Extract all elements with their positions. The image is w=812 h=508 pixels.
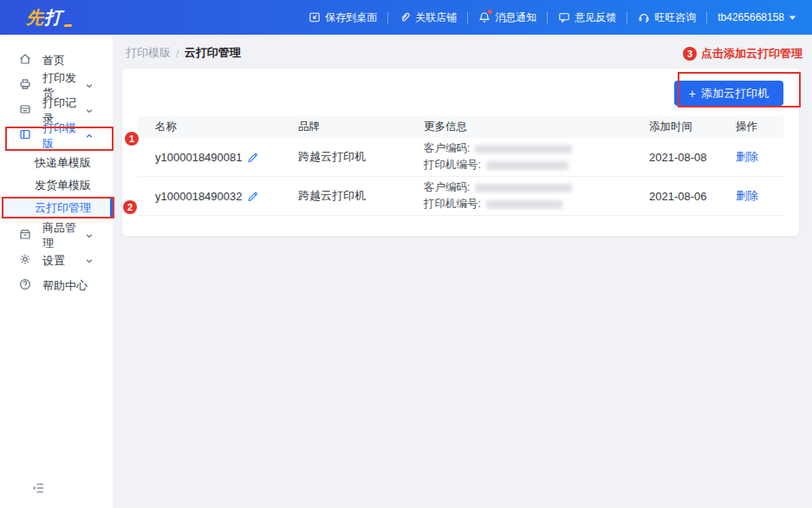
- app-logo: 先 打: [26, 6, 72, 29]
- template-icon: [18, 127, 42, 144]
- annotation-step-2-badge: 2: [123, 200, 137, 214]
- sidebar-collapse-icon[interactable]: [31, 482, 45, 497]
- column-header-actions: 操作: [736, 120, 783, 134]
- add-cloud-printer-button[interactable]: + 添加云打印机: [674, 81, 783, 106]
- column-header-brand: 品牌: [298, 120, 424, 134]
- cloud-print-card: + 添加云打印机 名称 品牌 更多信息 添加时间 操作 y10000184900…: [122, 68, 799, 236]
- chevron-up-icon: [85, 132, 104, 140]
- sidebar-item-label: 设置: [42, 253, 65, 269]
- gear-icon: [18, 252, 42, 269]
- column-header-added-time: 添加时间: [649, 120, 736, 134]
- sidebar-item-label: 首页: [42, 53, 65, 68]
- annotation-step-3-label: 点击添加云打印管理: [701, 47, 802, 61]
- wangwang-consult-label: 旺旺咨询: [654, 10, 696, 25]
- sidebar-item-label: 帮助中心: [42, 278, 88, 294]
- topbar-nav: 保存到桌面 关联店铺 消息通知: [298, 10, 796, 25]
- help-icon: [18, 277, 42, 294]
- bell-icon: [478, 11, 490, 23]
- customer-code-label: 客户编码:: [424, 140, 470, 157]
- sidebar-subitem-shipping-template[interactable]: 发货单模版: [0, 174, 113, 197]
- column-header-more-info: 更多信息: [424, 120, 649, 134]
- edit-icon[interactable]: [247, 151, 259, 163]
- home-icon: [18, 52, 42, 68]
- sidebar-subitem-cloud-print[interactable]: 云打印管理: [0, 197, 113, 219]
- annotation-step-3-badge: 3: [683, 47, 697, 61]
- printer-more-info: 客户编码: 打印机编号:: [424, 179, 649, 212]
- table-row: y1000018490032 跨越云打印机 客户编码: 打印机编号:: [138, 177, 783, 216]
- goods-icon: [18, 227, 42, 244]
- customer-code-label: 客户编码:: [424, 179, 470, 196]
- notifications-label: 消息通知: [495, 10, 536, 25]
- sidebar-item-help-center[interactable]: 帮助中心: [0, 273, 113, 298]
- print-record-icon: [18, 102, 42, 119]
- logo-text-second: 打: [44, 6, 62, 29]
- printer-name: y1000018490032: [155, 190, 243, 203]
- edit-icon[interactable]: [247, 190, 259, 202]
- card-toolbar: + 添加云打印机: [138, 81, 783, 106]
- sidebar-item-label: 打印模版: [42, 120, 85, 152]
- chevron-down-icon: [85, 257, 104, 265]
- link-shop-label: 关联店铺: [415, 10, 457, 25]
- headset-icon: [638, 11, 650, 23]
- save-desktop-icon: [309, 11, 321, 23]
- add-cloud-printer-label: 添加云打印机: [701, 86, 769, 101]
- redacted-customer-code: [475, 184, 572, 192]
- sidebar-item-goods[interactable]: 商品管理: [0, 223, 113, 248]
- redacted-customer-code: [475, 145, 572, 153]
- delete-link[interactable]: 删除: [736, 188, 783, 204]
- unread-badge: [488, 10, 492, 14]
- table-row: y1000018490081 跨越云打印机 客户编码: 打印机编号:: [138, 138, 783, 177]
- feedback-icon: [558, 11, 570, 23]
- added-time: 2021-08-08: [649, 151, 736, 164]
- sidebar-subitem-express-template[interactable]: 快递单模版: [0, 152, 113, 174]
- chevron-down-icon: [85, 107, 104, 115]
- caret-down-icon: [789, 11, 796, 23]
- table-header: 名称 品牌 更多信息 添加时间 操作: [138, 116, 783, 138]
- sidebar: 首页 打印发货 打印记录: [0, 35, 114, 508]
- chevron-down-icon: [85, 231, 104, 240]
- printer-code-label: 打印机编号:: [424, 157, 481, 173]
- link-shop-button[interactable]: 关联店铺: [388, 10, 467, 25]
- plus-icon: +: [689, 87, 696, 101]
- printer-code-label: 打印机编号:: [424, 196, 481, 212]
- feedback-button[interactable]: 意见反馈: [548, 10, 627, 25]
- logo-text-first: 先: [26, 6, 44, 29]
- feedback-label: 意见反馈: [575, 10, 616, 25]
- printer-name: y1000018490081: [155, 151, 243, 164]
- user-menu[interactable]: tb4265668158: [707, 11, 796, 23]
- redacted-printer-code: [486, 200, 562, 209]
- sidebar-item-label: 商品管理: [42, 220, 85, 251]
- redacted-printer-code: [486, 161, 568, 170]
- sidebar-item-settings[interactable]: 设置: [0, 248, 113, 273]
- added-time: 2021-08-06: [649, 190, 736, 203]
- breadcrumb-separator: /: [176, 47, 179, 60]
- column-header-name: 名称: [138, 120, 298, 134]
- link-icon: [399, 11, 411, 23]
- save-to-desktop-label: 保存到桌面: [325, 10, 377, 25]
- printer-more-info: 客户编码: 打印机编号:: [424, 140, 649, 173]
- breadcrumb-parent[interactable]: 打印模版: [126, 45, 171, 61]
- page-title: 云打印管理: [185, 45, 241, 61]
- save-to-desktop-button[interactable]: 保存到桌面: [298, 10, 387, 25]
- annotation-step-1-badge: 1: [125, 132, 139, 146]
- breadcrumb: 打印模版 / 云打印管理: [122, 45, 799, 61]
- main-content: 打印模版 / 云打印管理 + 添加云打印机 名称 品牌 更多信息 添加时间 操作…: [114, 35, 812, 508]
- chevron-down-icon: [85, 81, 104, 90]
- printer-brand: 跨越云打印机: [298, 149, 424, 165]
- wangwang-consult-button[interactable]: 旺旺咨询: [627, 10, 706, 25]
- delete-link[interactable]: 删除: [736, 149, 783, 165]
- sidebar-item-print-templates[interactable]: 打印模版: [0, 123, 113, 148]
- topbar: 先 打 保存到桌面 关联店铺: [0, 0, 812, 35]
- template-submenu: 快递单模版 发货单模版 云打印管理: [0, 148, 113, 223]
- logo-dash: [63, 24, 72, 27]
- username: tb4265668158: [718, 11, 784, 23]
- printer-brand: 跨越云打印机: [298, 188, 424, 204]
- printer-icon: [18, 77, 42, 94]
- notifications-button[interactable]: 消息通知: [468, 10, 547, 25]
